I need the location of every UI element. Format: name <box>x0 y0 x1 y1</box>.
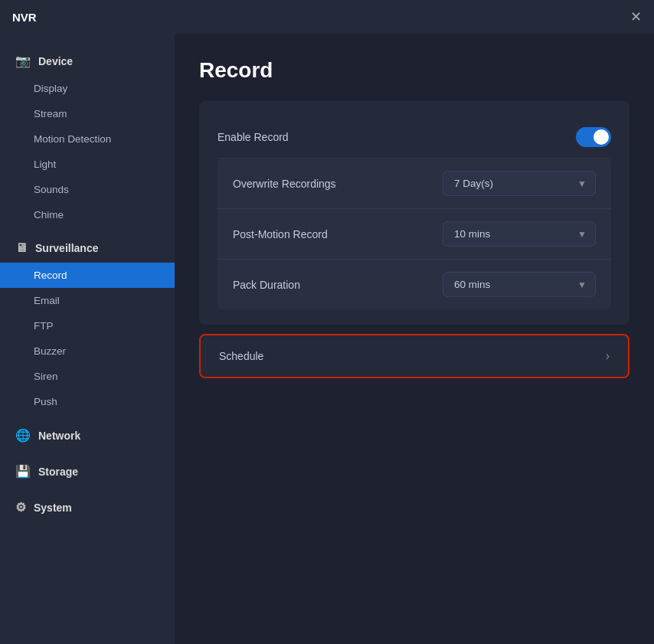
schedule-label: Schedule <box>219 350 263 362</box>
pack-duration-select[interactable]: 60 mins 15 mins 30 mins <box>443 272 596 297</box>
overwrite-select[interactable]: 7 Day(s) 1 Day(s) 3 Day(s) 14 Day(s) 30 … <box>443 171 596 196</box>
schedule-card[interactable]: Schedule › <box>199 334 629 378</box>
sidebar-section-label-system: System <box>34 502 72 514</box>
sidebar-section-storage: 💾 Storage <box>0 456 175 486</box>
system-icon: ⚙ <box>15 500 26 515</box>
main-content: Record Enable Record Overwrite R <box>175 34 654 644</box>
pack-duration-label: Pack Duration <box>233 279 300 291</box>
post-motion-select-container: 10 mins 5 mins 15 mins 30 mins ▼ <box>443 221 596 247</box>
sidebar-item-buzzer[interactable]: Buzzer <box>0 338 175 364</box>
sidebar-section-network: 🌐 Network <box>0 420 175 450</box>
content-area: 📷 Device Display Stream Motion Detection… <box>0 34 654 644</box>
enable-record-toggle[interactable] <box>576 127 611 147</box>
toggle-track[interactable] <box>576 127 611 147</box>
storage-icon: 💾 <box>15 464 31 479</box>
sidebar-section-header-device: 📷 Device <box>0 46 175 76</box>
sidebar: 📷 Device Display Stream Motion Detection… <box>0 34 175 644</box>
enable-record-row: Enable Record <box>217 116 611 159</box>
post-motion-row: Post-Motion Record 10 mins 5 mins 15 min… <box>217 209 611 260</box>
sidebar-item-light[interactable]: Light <box>0 152 175 177</box>
app-window: NVR ✕ 📷 Device Display Stream Motion Det… <box>0 0 654 644</box>
schedule-row: Schedule › <box>201 335 628 377</box>
sidebar-section-header-network[interactable]: 🌐 Network <box>0 420 175 450</box>
sidebar-section-header-storage[interactable]: 💾 Storage <box>0 456 175 486</box>
settings-card: Enable Record Overwrite Recordings <box>199 101 629 325</box>
schedule-chevron-right-icon: › <box>606 349 610 363</box>
overwrite-row: Overwrite Recordings 7 Day(s) 1 Day(s) 3… <box>217 159 611 209</box>
sidebar-section-label-storage: Storage <box>38 466 78 478</box>
sidebar-item-siren[interactable]: Siren <box>0 364 175 389</box>
network-icon: 🌐 <box>15 428 31 443</box>
sidebar-item-ftp[interactable]: FTP <box>0 313 175 338</box>
sidebar-section-label-device: Device <box>38 55 73 67</box>
sidebar-item-record[interactable]: Record <box>0 263 175 288</box>
app-title: NVR <box>12 11 37 24</box>
surveillance-icon: 🖥 <box>15 241 28 255</box>
overwrite-label: Overwrite Recordings <box>233 178 336 190</box>
sidebar-item-sounds[interactable]: Sounds <box>0 177 175 202</box>
overwrite-select-container: 7 Day(s) 1 Day(s) 3 Day(s) 14 Day(s) 30 … <box>443 171 596 196</box>
sidebar-item-chime[interactable]: Chime <box>0 202 175 227</box>
pack-duration-row: Pack Duration 60 mins 15 mins 30 mins ▼ <box>217 260 611 309</box>
enable-record-label: Enable Record <box>217 131 289 143</box>
pack-duration-select-container: 60 mins 15 mins 30 mins ▼ <box>443 272 596 297</box>
sidebar-item-email[interactable]: Email <box>0 288 175 313</box>
sidebar-section-surveillance: 🖥 Surveillance Record Email FTP Buzzer S… <box>0 234 175 414</box>
sidebar-section-device: 📷 Device Display Stream Motion Detection… <box>0 46 175 227</box>
device-icon: 📷 <box>15 54 31 68</box>
post-motion-select[interactable]: 10 mins 5 mins 15 mins 30 mins <box>443 221 596 247</box>
sidebar-item-display[interactable]: Display <box>0 76 175 101</box>
sidebar-item-push[interactable]: Push <box>0 389 175 414</box>
toggle-thumb <box>594 129 609 145</box>
sidebar-section-header-surveillance: 🖥 Surveillance <box>0 234 175 263</box>
titlebar: NVR ✕ <box>0 0 654 34</box>
post-motion-label: Post-Motion Record <box>233 228 328 240</box>
close-button[interactable]: ✕ <box>630 10 642 24</box>
page-title: Record <box>199 58 629 83</box>
sidebar-item-stream[interactable]: Stream <box>0 101 175 126</box>
sidebar-section-system: ⚙ System <box>0 492 175 522</box>
inner-settings: Overwrite Recordings 7 Day(s) 1 Day(s) 3… <box>217 159 611 309</box>
sidebar-item-motion-detection[interactable]: Motion Detection <box>0 126 175 152</box>
sidebar-section-label-network: Network <box>38 430 80 442</box>
sidebar-section-header-system[interactable]: ⚙ System <box>0 492 175 522</box>
sidebar-section-label-surveillance: Surveillance <box>35 242 99 254</box>
